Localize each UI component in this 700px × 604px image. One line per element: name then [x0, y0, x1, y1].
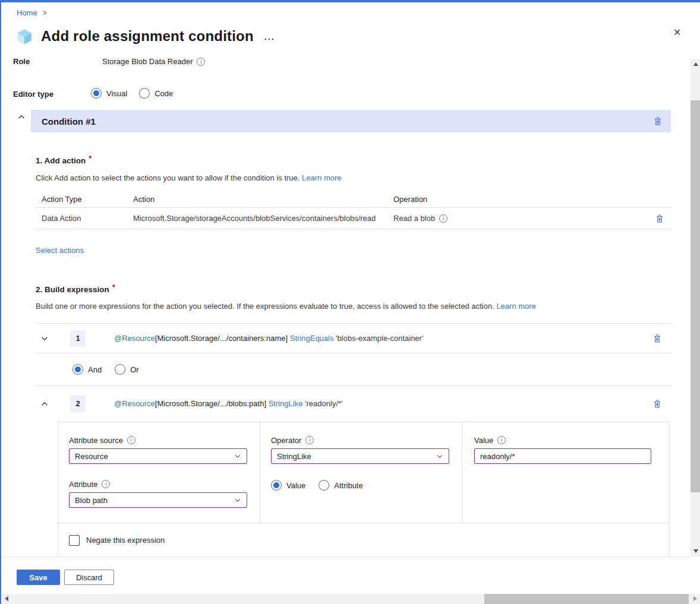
editor-type-code-option[interactable]: Code [139, 88, 173, 99]
expression-1-expand-button[interactable] [40, 334, 49, 343]
expression-2-attribute: [Microsoft.Storage/.../blobs:path] [155, 399, 266, 408]
expression-1-operator-link[interactable]: StringEquals [290, 334, 334, 343]
close-icon[interactable]: ✕ [673, 28, 681, 37]
expression-row-1: 1 @Resource[Microsoft.Storage/.../contai… [36, 323, 671, 353]
role-value-text: Storage Blob Data Reader [102, 57, 193, 66]
attribute-source-column: Attribute source Resource Attribute [58, 422, 260, 523]
attribute-source-label: Attribute source [69, 436, 123, 445]
operand-type-radio-group: Value Attribute [271, 480, 450, 491]
cell-operation: Read a blob [393, 214, 435, 223]
operation-info-icon[interactable] [439, 214, 447, 223]
radio-operand-attribute-label: Attribute [334, 481, 362, 490]
add-action-description: Click Add action to select the actions y… [36, 173, 342, 182]
operand-value-option[interactable]: Value [271, 480, 305, 491]
chevron-down-icon [234, 497, 241, 504]
delete-action-button[interactable] [655, 214, 671, 223]
role-info-icon[interactable] [197, 58, 205, 66]
chevron-down-icon [436, 453, 443, 460]
attribute-dropdown[interactable]: Blob path [69, 492, 247, 508]
expression-row-2: 2 @Resource[Microsoft.Storage/.../blobs:… [36, 386, 671, 421]
chevron-up-icon [17, 113, 26, 121]
expression-2-collapse-button[interactable] [40, 400, 49, 408]
radio-and[interactable] [72, 364, 83, 375]
logical-and-option[interactable]: And [72, 364, 102, 375]
operator-dropdown[interactable]: StringLike [271, 448, 449, 464]
expression-2-value: 'readonly/*' [305, 399, 343, 408]
operand-attribute-option[interactable]: Attribute [319, 480, 362, 491]
breadcrumb-home-link[interactable]: Home [17, 8, 37, 17]
trash-icon [653, 116, 663, 126]
expression-2-source[interactable]: @Resource [114, 399, 155, 408]
trash-icon [652, 334, 662, 343]
radio-or-label: Or [130, 365, 138, 374]
delete-condition-button[interactable] [653, 116, 663, 126]
add-role-assignment-condition-page: Home> Add role assignment condition ··· … [0, 0, 700, 604]
value-info-icon[interactable] [497, 436, 506, 444]
radio-visual-label: Visual [106, 89, 127, 98]
col-action: Action [133, 195, 393, 204]
more-options-icon[interactable]: ··· [264, 34, 275, 44]
role-value: Storage Blob Data Reader [102, 57, 205, 66]
action-table: Action Type Action Operation Data Action… [36, 191, 671, 229]
horizontal-scrollbar[interactable] [1, 594, 700, 604]
footer-bar: Save Discard [1, 556, 690, 594]
build-expression-learn-more-link[interactable]: Learn more [496, 302, 535, 311]
radio-visual[interactable] [91, 88, 102, 99]
scroll-down-arrow-icon[interactable] [693, 549, 698, 553]
value-column: Value [462, 422, 670, 523]
add-action-heading-text: 1. Add action [36, 156, 86, 165]
editor-type-radio-group: Visual Code [91, 88, 173, 99]
attribute-info-icon[interactable] [102, 480, 110, 488]
role-label: Role [13, 57, 30, 66]
expression-2-summary: @Resource[Microsoft.Storage/.../blobs:pa… [114, 399, 343, 408]
editor-type-visual-option[interactable]: Visual [91, 88, 127, 99]
radio-code[interactable] [139, 88, 150, 99]
vertical-scrollbar-thumb[interactable] [690, 100, 700, 492]
chevron-up-icon [40, 400, 49, 408]
attribute-source-info-icon[interactable] [127, 436, 135, 444]
scroll-up-arrow-icon[interactable] [693, 62, 698, 66]
vertical-scrollbar[interactable] [690, 59, 700, 556]
trash-icon [655, 214, 664, 223]
expression-1-index-badge: 1 [70, 330, 86, 347]
horizontal-scrollbar-thumb[interactable] [484, 594, 689, 604]
negate-expression-checkbox[interactable] [69, 535, 80, 546]
scroll-right-arrow-icon[interactable] [693, 596, 697, 601]
build-expression-description: Build one or more expressions for the ac… [36, 302, 536, 311]
attribute-source-dropdown[interactable]: Resource [69, 448, 247, 464]
condition-collapse-button[interactable] [17, 113, 26, 121]
col-operation: Operation [393, 195, 645, 204]
scroll-left-arrow-icon[interactable] [5, 596, 8, 601]
breadcrumb-chevron-icon: > [43, 9, 47, 17]
editor-type-label: Editor type [13, 90, 53, 99]
operator-column: Operator StringLike Value [260, 422, 462, 523]
breadcrumb: Home> [17, 8, 47, 17]
attribute-source-value: Resource [75, 452, 108, 461]
discard-button[interactable]: Discard [64, 570, 114, 585]
radio-operand-value[interactable] [271, 480, 282, 491]
action-table-header: Action Type Action Operation [36, 191, 671, 208]
trash-icon [652, 399, 662, 409]
operator-info-icon[interactable] [305, 436, 314, 444]
select-actions-link[interactable]: Select actions [36, 246, 84, 255]
delete-expression-1-button[interactable] [652, 334, 662, 343]
expression-2-operator-link[interactable]: StringLike [269, 399, 303, 408]
attribute-value: Blob path [75, 496, 108, 505]
delete-expression-2-button[interactable] [652, 399, 662, 409]
condition-header: Condition #1 [31, 110, 671, 132]
logical-operator-radio-group: And Or [36, 353, 671, 386]
negate-expression-label: Negate this expression [86, 536, 165, 545]
expression-1-attribute: [Microsoft.Storage/.../containers:name] [155, 334, 288, 343]
radio-or[interactable] [115, 364, 125, 375]
save-button[interactable]: Save [17, 570, 60, 585]
expression-1-source[interactable]: @Resource [114, 334, 155, 343]
cell-action-type: Data Action [42, 214, 133, 223]
expression-2-index-badge: 2 [70, 396, 86, 412]
add-action-description-text: Click Add action to select the actions y… [36, 173, 299, 182]
add-action-heading: 1. Add action* [36, 154, 92, 165]
radio-operand-attribute[interactable] [319, 480, 329, 491]
add-action-learn-more-link[interactable]: Learn more [302, 173, 341, 182]
logical-or-option[interactable]: Or [115, 364, 138, 375]
value-input[interactable] [474, 448, 651, 464]
page-title: Add role assignment condition [41, 28, 254, 45]
